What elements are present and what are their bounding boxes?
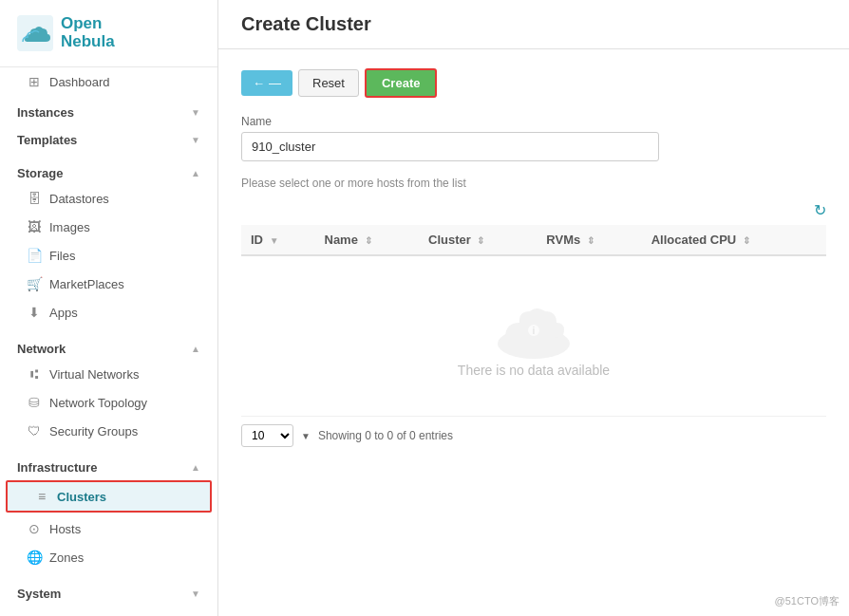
- sort-cpu-icon: ⇕: [743, 235, 750, 246]
- sidebar-item-instances[interactable]: Instances ▼: [0, 96, 217, 123]
- sidebar-item-images[interactable]: 🖼 Images: [0, 213, 217, 241]
- main-area: Create Cluster ← — Reset Create Name Ple…: [218, 0, 849, 616]
- name-input[interactable]: [241, 132, 659, 161]
- files-icon: 📄: [27, 248, 42, 263]
- clusters-icon: ≡: [34, 489, 49, 504]
- sidebar-item-virtual-networks-label: Virtual Networks: [49, 367, 139, 382]
- storage-section-label: Storage: [17, 166, 63, 180]
- logo-text: Open Nebula: [61, 15, 115, 50]
- sidebar-item-marketplaces[interactable]: 🛒 MarketPlaces: [0, 270, 217, 298]
- back-arrow-icon: ←: [253, 76, 265, 90]
- sidebar-item-datastores[interactable]: 🗄 Datastores: [0, 184, 217, 213]
- no-data-cloud-icon: i: [486, 294, 581, 363]
- sort-cluster-icon: ⇕: [477, 235, 484, 246]
- dashboard-icon: ⊞: [27, 74, 42, 89]
- refresh-button[interactable]: ↻: [814, 201, 826, 219]
- network-topology-icon: ⛁: [27, 395, 42, 410]
- sidebar-item-zones-label: Zones: [49, 551, 84, 565]
- logo-line1: Open: [61, 15, 115, 33]
- images-icon: 🖼: [27, 219, 42, 234]
- sidebar-section-system[interactable]: System ▼: [0, 577, 217, 605]
- security-groups-icon: 🛡: [27, 423, 42, 439]
- dropdown-arrow-icon: ▼: [301, 431, 311, 441]
- logo: Open Nebula: [0, 0, 217, 67]
- hint-text: Please select one or more hosts from the…: [241, 177, 826, 190]
- sidebar-item-files[interactable]: 📄 Files: [0, 241, 217, 270]
- sidebar-item-clusters[interactable]: ≡ Clusters: [6, 480, 212, 513]
- sidebar-item-security-groups[interactable]: 🛡 Security Groups: [0, 417, 217, 445]
- sidebar-item-datastores-label: Datastores: [49, 192, 109, 206]
- sort-id-icon: ▼: [270, 235, 279, 246]
- table-body: i There is no data available: [241, 255, 826, 406]
- pagination-bar: 10 25 50 100 ▼ Showing 0 to 0 of 0 entri…: [241, 416, 826, 447]
- system-section-label: System: [17, 587, 61, 601]
- main-content: ← — Reset Create Name Please select one …: [218, 49, 849, 616]
- network-chevron-icon: ▲: [191, 344, 200, 354]
- opennebula-logo-icon: [17, 15, 53, 51]
- reset-button[interactable]: Reset: [298, 69, 359, 97]
- instances-label: Instances: [17, 105, 74, 120]
- sidebar-item-apps-label: Apps: [49, 306, 78, 320]
- hosts-icon: ⊙: [27, 521, 42, 536]
- sidebar-item-network-topology[interactable]: ⛁ Network Topology: [0, 388, 217, 417]
- sort-rvms-icon: ⇕: [587, 235, 594, 246]
- sidebar-item-hosts-label: Hosts: [49, 522, 81, 536]
- sidebar-item-templates[interactable]: Templates ▼: [0, 123, 217, 151]
- back-dash-icon: —: [269, 76, 281, 90]
- sidebar-section-storage[interactable]: Storage ▲: [0, 157, 217, 184]
- toolbar: ← — Reset Create: [241, 68, 826, 98]
- zones-icon: 🌐: [27, 550, 42, 565]
- virtual-networks-icon: ⑆: [27, 366, 42, 382]
- table-header: ID ▼ Name ⇕ Cluster ⇕ RVMs ⇕ Allocated C…: [241, 225, 826, 255]
- sidebar-item-security-groups-label: Security Groups: [49, 424, 138, 439]
- sort-name-icon: ⇕: [365, 235, 372, 246]
- col-name[interactable]: Name ⇕: [315, 225, 420, 255]
- back-button[interactable]: ← —: [241, 70, 292, 96]
- sidebar-item-images-label: Images: [49, 220, 90, 234]
- watermark: @51CTO博客: [775, 594, 840, 608]
- col-cluster[interactable]: Cluster ⇕: [419, 225, 537, 255]
- sidebar-item-marketplaces-label: MarketPlaces: [49, 277, 124, 291]
- col-allocated-cpu[interactable]: Allocated CPU ⇕: [642, 225, 826, 255]
- sidebar-item-hosts[interactable]: ⊙ Hosts: [0, 514, 217, 543]
- infrastructure-section-label: Infrastructure: [17, 460, 98, 475]
- apps-icon: ⬇: [27, 305, 42, 320]
- empty-state-text: There is no data available: [458, 363, 610, 378]
- network-section-label: Network: [17, 342, 66, 356]
- per-page-select[interactable]: 10 25 50 100: [241, 424, 293, 447]
- page-title: Create Cluster: [241, 13, 826, 35]
- sidebar-section-network[interactable]: Network ▲: [0, 332, 217, 360]
- sidebar-item-clusters-label: Clusters: [57, 490, 106, 504]
- hosts-table: ID ▼ Name ⇕ Cluster ⇕ RVMs ⇕ Allocated C…: [241, 225, 826, 406]
- sidebar-item-virtual-networks[interactable]: ⑆ Virtual Networks: [0, 360, 217, 388]
- create-button[interactable]: Create: [365, 68, 437, 98]
- page-header: Create Cluster: [218, 0, 849, 49]
- empty-state: i There is no data available: [241, 256, 826, 406]
- col-id[interactable]: ID ▼: [241, 225, 315, 255]
- name-form-group: Name: [241, 115, 826, 161]
- sidebar-item-network-topology-label: Network Topology: [49, 396, 147, 410]
- templates-label: Templates: [17, 133, 77, 147]
- sidebar-item-apps[interactable]: ⬇ Apps: [0, 298, 217, 327]
- marketplaces-icon: 🛒: [27, 276, 42, 291]
- col-rvms[interactable]: RVMs ⇕: [537, 225, 641, 255]
- sidebar-item-dashboard[interactable]: ⊞ Dashboard: [0, 67, 217, 96]
- svg-text:i: i: [533, 326, 536, 336]
- sidebar-item-dashboard-label: Dashboard: [49, 75, 110, 89]
- infrastructure-chevron-icon: ▲: [191, 462, 200, 473]
- refresh-row: ↻: [241, 201, 826, 219]
- sidebar-section-infrastructure[interactable]: Infrastructure ▲: [0, 451, 217, 478]
- pagination-info: Showing 0 to 0 of 0 entries: [318, 429, 453, 442]
- datastores-icon: 🗄: [27, 191, 42, 206]
- sidebar-item-files-label: Files: [49, 249, 75, 263]
- sidebar: Open Nebula ⊞ Dashboard Instances ▼ Temp…: [0, 0, 218, 616]
- name-label: Name: [241, 115, 826, 128]
- logo-line2: Nebula: [61, 33, 115, 51]
- instances-chevron-icon: ▼: [191, 107, 200, 118]
- storage-chevron-icon: ▲: [191, 168, 200, 178]
- templates-chevron-icon: ▼: [191, 135, 200, 145]
- sidebar-item-zones[interactable]: 🌐 Zones: [0, 543, 217, 571]
- empty-row: i There is no data available: [241, 255, 826, 406]
- system-chevron-icon: ▼: [191, 588, 200, 599]
